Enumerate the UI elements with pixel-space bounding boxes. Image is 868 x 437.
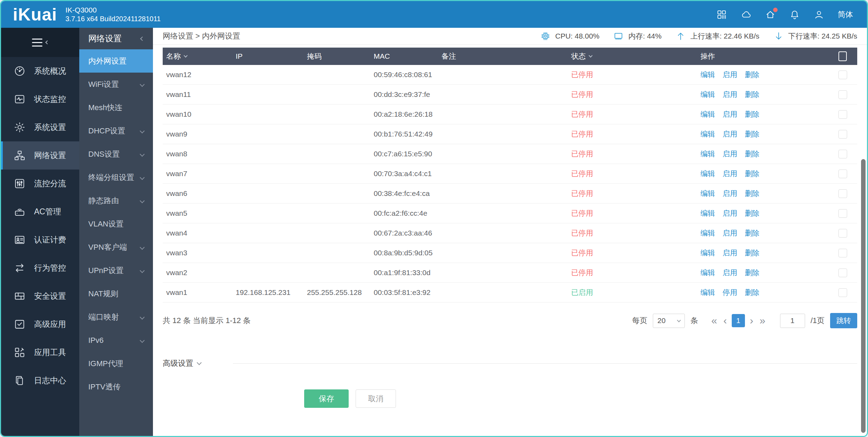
row-checkbox[interactable] (838, 110, 847, 119)
toggle-link[interactable]: 启用 (723, 130, 737, 138)
delete-link[interactable]: 删除 (745, 189, 760, 197)
sidebar-item[interactable]: 流控分流 (1, 170, 79, 198)
current-page-button[interactable]: 1 (732, 314, 745, 327)
cancel-button[interactable]: 取消 (356, 389, 396, 408)
edit-link[interactable]: 编辑 (700, 90, 715, 98)
sidebar-item[interactable]: 应用工具 (1, 338, 79, 366)
submenu-item[interactable]: DHCP设置 (79, 119, 153, 142)
toggle-link[interactable]: 停用 (723, 288, 737, 296)
last-page-button[interactable]: » (758, 315, 767, 326)
row-checkbox[interactable] (838, 209, 847, 218)
apps-icon[interactable] (716, 9, 727, 20)
delete-link[interactable]: 删除 (745, 71, 760, 79)
edit-link[interactable]: 编辑 (700, 110, 715, 118)
delete-link[interactable]: 删除 (745, 249, 760, 257)
submenu-item[interactable]: Mesh快连 (79, 96, 153, 119)
advanced-settings-toggle[interactable]: 高级设置 (163, 358, 193, 369)
delete-link[interactable]: 删除 (745, 170, 760, 178)
row-checkbox[interactable] (838, 71, 847, 79)
prev-page-button[interactable]: ‹ (722, 315, 728, 326)
toggle-link[interactable]: 启用 (723, 170, 737, 178)
bell-icon[interactable] (789, 9, 800, 20)
sidebar-item[interactable]: 网络设置 (1, 141, 79, 170)
row-checkbox[interactable] (838, 90, 847, 99)
user-icon[interactable] (813, 9, 825, 20)
edit-link[interactable]: 编辑 (700, 71, 715, 79)
edit-link[interactable]: 编辑 (700, 189, 715, 197)
sidebar-item-label: AC管理 (34, 206, 61, 217)
toggle-link[interactable]: 启用 (723, 269, 737, 277)
per-page-select[interactable]: 20 (653, 314, 685, 328)
delete-link[interactable]: 删除 (745, 130, 760, 138)
column-header-name[interactable]: 名称 (163, 51, 232, 61)
sidebar-item[interactable]: 状态监控 (1, 85, 79, 113)
submenu-item[interactable]: NAT规则 (79, 282, 153, 305)
sidebar-collapse-toggle[interactable] (1, 28, 79, 57)
submenu-item[interactable]: IPv6 (79, 329, 153, 352)
edit-link[interactable]: 编辑 (700, 229, 715, 237)
delete-link[interactable]: 删除 (745, 269, 760, 277)
edit-link[interactable]: 编辑 (700, 269, 715, 277)
toggle-link[interactable]: 启用 (723, 249, 737, 257)
edit-link[interactable]: 编辑 (700, 170, 715, 178)
toggle-link[interactable]: 启用 (723, 90, 737, 98)
toggle-link[interactable]: 启用 (723, 209, 737, 217)
submenu-header[interactable]: 网络设置 (79, 28, 153, 49)
next-page-button[interactable]: › (748, 315, 755, 326)
save-button[interactable]: 保存 (304, 389, 349, 408)
delete-link[interactable]: 删除 (745, 90, 760, 98)
edit-link[interactable]: 编辑 (700, 150, 715, 158)
submenu-item[interactable]: 端口映射 (79, 305, 153, 329)
sidebar-item[interactable]: 系统设置 (1, 113, 79, 141)
sidebar-item[interactable]: 安全设置 (1, 282, 79, 310)
upgrade-home-icon[interactable] (765, 9, 776, 20)
submenu-item[interactable]: WiFi设置 (79, 73, 153, 96)
sidebar-item[interactable]: 日志中心 (1, 366, 79, 395)
submenu-item[interactable]: UPnP设置 (79, 259, 153, 282)
sidebar-item[interactable]: AC管理 (1, 198, 79, 226)
delete-link[interactable]: 删除 (745, 229, 760, 237)
toggle-link[interactable]: 启用 (723, 71, 737, 79)
row-checkbox[interactable] (838, 249, 847, 257)
sidebar-item[interactable]: 行为管控 (1, 254, 79, 282)
submenu-item[interactable]: DNS设置 (79, 142, 153, 166)
row-checkbox[interactable] (838, 288, 847, 297)
toggle-link[interactable]: 启用 (723, 150, 737, 158)
row-checkbox[interactable] (838, 229, 847, 238)
submenu-item[interactable]: 内外网设置 (79, 49, 153, 73)
toggle-link[interactable]: 启用 (723, 189, 737, 197)
cpu-icon (540, 31, 551, 41)
row-checkbox[interactable] (838, 130, 847, 139)
edit-link[interactable]: 编辑 (700, 288, 715, 296)
submenu-item[interactable]: VLAN设置 (79, 212, 153, 236)
row-checkbox[interactable] (838, 189, 847, 198)
submenu-item[interactable]: IGMP代理 (79, 352, 153, 375)
submenu-item[interactable]: IPTV透传 (79, 375, 153, 398)
sidebar-item[interactable]: 高级应用 (1, 310, 79, 338)
delete-link[interactable]: 删除 (745, 150, 760, 158)
first-page-button[interactable]: « (710, 315, 719, 326)
scrollbar-thumb[interactable] (861, 159, 866, 433)
row-checkbox[interactable] (838, 269, 847, 277)
jump-button[interactable]: 跳转 (830, 313, 857, 328)
delete-link[interactable]: 删除 (745, 209, 760, 217)
edit-link[interactable]: 编辑 (700, 130, 715, 138)
edit-link[interactable]: 编辑 (700, 249, 715, 257)
delete-link[interactable]: 删除 (745, 288, 760, 296)
submenu-item[interactable]: 终端分组设置 (79, 166, 153, 189)
column-header-status[interactable]: 状态 (568, 51, 689, 61)
sidebar-item[interactable]: 认证计费 (1, 226, 79, 254)
row-checkbox[interactable] (838, 150, 847, 158)
language-switch[interactable]: 简体 (838, 9, 853, 20)
toggle-link[interactable]: 启用 (723, 229, 737, 237)
submenu-item[interactable]: 静态路由 (79, 189, 153, 212)
delete-link[interactable]: 删除 (745, 110, 760, 118)
toggle-link[interactable]: 启用 (723, 110, 737, 118)
select-all-checkbox[interactable] (838, 51, 847, 61)
sidebar-item[interactable]: 系统概况 (1, 57, 79, 85)
row-checkbox[interactable] (838, 170, 847, 178)
submenu-item[interactable]: VPN客户端 (79, 236, 153, 259)
page-input[interactable] (780, 314, 805, 328)
cloud-icon[interactable] (740, 9, 752, 20)
edit-link[interactable]: 编辑 (700, 209, 715, 217)
